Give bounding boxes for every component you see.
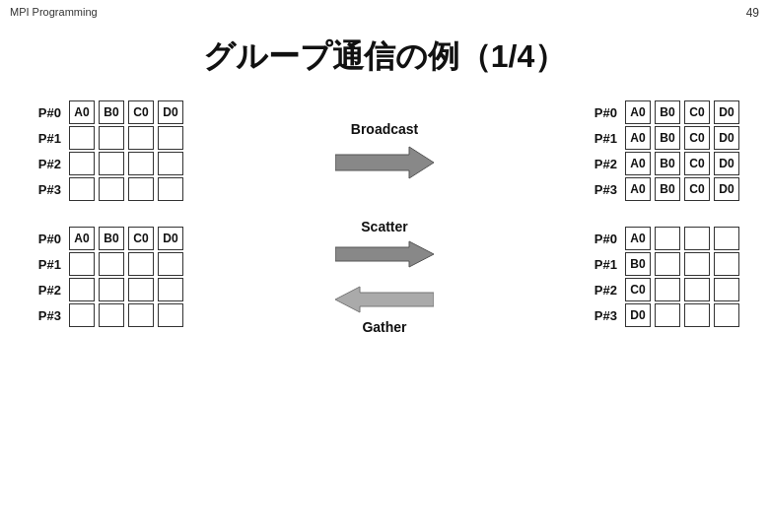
grid-cell: D0 <box>714 152 739 175</box>
grid-cell <box>128 126 154 150</box>
grid-cell <box>684 252 710 276</box>
broadcast-row: P#0 A0 B0 C0 D0 P#1 P#2 P#3 <box>30 100 739 201</box>
grid-cell: B0 <box>655 152 680 175</box>
process-label: P#3 <box>30 308 61 323</box>
grid-cell: D0 <box>625 303 651 327</box>
grid-cell: D0 <box>158 100 183 124</box>
grid-row: P#3 D0 <box>586 303 739 327</box>
grid-cell <box>128 278 154 301</box>
grid-cell: C0 <box>128 100 154 124</box>
grid-cell <box>714 227 739 250</box>
scatter-arrow <box>335 236 434 272</box>
grid-row: P#1 <box>30 126 183 150</box>
grid-cell: B0 <box>655 177 680 201</box>
scatter-arrow-row: Scatter <box>335 219 434 272</box>
grid-cell: B0 <box>655 126 680 150</box>
grid-cell <box>158 252 183 276</box>
grid-cell <box>69 278 95 301</box>
grid-cell: D0 <box>714 100 739 124</box>
grid-row: P#3 <box>30 177 183 201</box>
process-label: P#1 <box>586 131 617 146</box>
grid-cell <box>655 227 680 250</box>
grid-row: P#2 <box>30 152 183 175</box>
grid-row: P#2 A0 B0 C0 D0 <box>586 152 739 175</box>
app-title: MPI Programming <box>10 6 98 18</box>
process-label: P#0 <box>30 105 61 120</box>
grid-cell: A0 <box>625 152 651 175</box>
grid-cell <box>99 177 124 201</box>
grid-cell: C0 <box>684 177 710 201</box>
grid-cell <box>69 126 95 150</box>
gather-arrow <box>335 282 434 317</box>
broadcast-arrow <box>335 145 434 180</box>
grid-cell <box>655 303 680 327</box>
grid-cell <box>69 152 95 175</box>
gather-arrow-row: Gather <box>335 282 434 335</box>
grid-cell: B0 <box>99 227 124 250</box>
broadcast-right-grid: P#0 A0 B0 C0 D0 P#1 A0 B0 C0 D0 P#2 A0 B… <box>586 100 739 201</box>
page-number: 49 <box>746 6 759 20</box>
grid-cell <box>684 278 710 301</box>
grid-cell <box>655 278 680 301</box>
grid-row: P#3 A0 B0 C0 D0 <box>586 177 739 201</box>
grid-row: P#2 <box>30 278 183 301</box>
broadcast-arrow-section: Broadcast <box>325 121 444 180</box>
grid-cell: C0 <box>684 152 710 175</box>
grid-cell: A0 <box>625 227 651 250</box>
grid-row: P#3 <box>30 303 183 327</box>
process-label: P#2 <box>30 157 61 171</box>
grid-cell <box>128 177 154 201</box>
grid-cell <box>714 278 739 301</box>
grid-cell <box>99 278 124 301</box>
grid-cell: A0 <box>69 227 95 250</box>
scatter-gather-arrows: Scatter Gather <box>325 219 444 335</box>
grid-cell <box>684 303 710 327</box>
svg-marker-2 <box>335 287 434 312</box>
process-label: P#0 <box>586 232 617 246</box>
grid-cell: D0 <box>158 227 183 250</box>
broadcast-label: Broadcast <box>351 121 418 137</box>
grid-cell <box>684 227 710 250</box>
process-label: P#1 <box>30 131 61 146</box>
grid-cell: B0 <box>655 100 680 124</box>
grid-row: P#1 B0 <box>586 252 739 276</box>
grid-cell: B0 <box>625 252 651 276</box>
grid-row: P#0 A0 B0 C0 D0 <box>586 100 739 124</box>
grid-cell <box>714 303 739 327</box>
process-label: P#0 <box>30 232 61 246</box>
scatter-gather-row: P#0 A0 B0 C0 D0 P#1 P#2 P#3 <box>30 219 739 335</box>
grid-cell: A0 <box>69 100 95 124</box>
grid-cell: C0 <box>684 100 710 124</box>
grid-cell: B0 <box>99 100 124 124</box>
scatter-right-grid: P#0 A0 P#1 B0 P#2 C0 P#3 <box>586 227 739 327</box>
grid-cell: C0 <box>128 227 154 250</box>
grid-cell <box>69 177 95 201</box>
grid-cell <box>99 252 124 276</box>
grid-row: P#0 A0 B0 C0 D0 <box>30 100 183 124</box>
grid-cell <box>99 152 124 175</box>
grid-cell <box>69 252 95 276</box>
grid-cell: D0 <box>714 126 739 150</box>
grid-cell <box>714 252 739 276</box>
grid-cell <box>128 252 154 276</box>
grid-cell <box>128 152 154 175</box>
grid-cell: A0 <box>625 126 651 150</box>
svg-marker-0 <box>335 147 434 178</box>
process-label: P#3 <box>30 182 61 197</box>
grid-cell: D0 <box>714 177 739 201</box>
grid-row: P#1 <box>30 252 183 276</box>
grid-row: P#0 A0 <box>586 227 739 250</box>
grid-cell <box>128 303 154 327</box>
grid-cell <box>99 126 124 150</box>
grid-cell: C0 <box>684 126 710 150</box>
grid-cell <box>158 152 183 175</box>
process-label: P#2 <box>586 283 617 298</box>
process-label: P#1 <box>586 257 617 272</box>
scatter-label: Scatter <box>361 219 407 234</box>
broadcast-left-grid: P#0 A0 B0 C0 D0 P#1 P#2 P#3 <box>30 100 183 201</box>
svg-marker-1 <box>335 241 434 267</box>
process-label: P#0 <box>586 105 617 120</box>
process-label: P#3 <box>586 182 617 197</box>
grid-cell <box>99 303 124 327</box>
grid-cell <box>158 126 183 150</box>
